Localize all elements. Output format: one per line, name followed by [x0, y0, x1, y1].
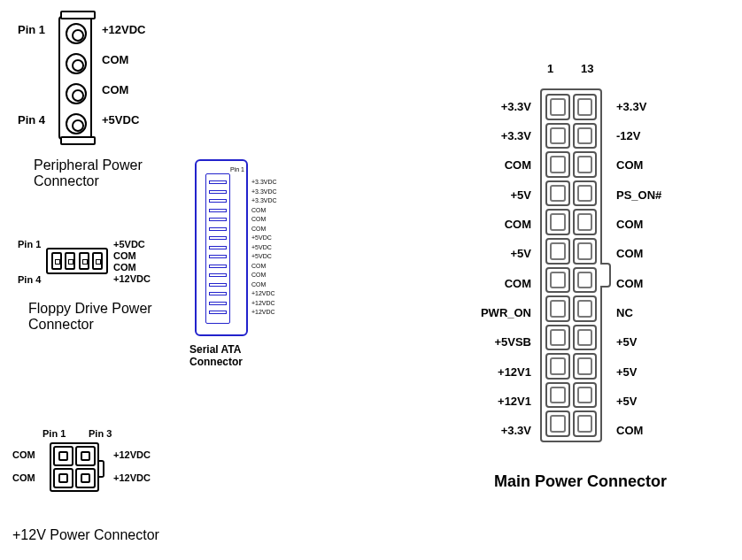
atx-left-label-10: +12V1 — [498, 365, 531, 379]
floppy-pin-4 — [92, 252, 103, 270]
atx-left-label-7: COM — [505, 277, 531, 290]
floppy-pin1-marker: Pin 1 — [18, 239, 41, 249]
atx-pin-3-L — [545, 151, 570, 178]
atx-right-label-1: +3.3V — [616, 100, 646, 113]
sata-pin-2 — [209, 190, 227, 194]
atx-pin-9-L — [545, 325, 570, 351]
peripheral-pin4-marker: Pin 4 — [18, 113, 45, 127]
atx-connector-body — [540, 88, 602, 442]
sata-pin-7 — [209, 236, 227, 240]
sata-pin-label-13: +12VDC — [251, 290, 275, 296]
sata-pin-label-12: COM — [251, 281, 266, 288]
floppy-pin-2 — [65, 252, 75, 270]
atx-pin-12-R — [573, 410, 598, 437]
sata-pin-11 — [209, 273, 227, 277]
peripheral-pin3-label: COM — [102, 83, 128, 96]
sata-connector-body: Pin 1 +3.3VDC+3.3VDC+3.3VDCCOMCOMCOM+5VD… — [195, 159, 248, 336]
atx-pin-11-L — [545, 382, 570, 409]
peripheral-pin-1 — [66, 23, 87, 44]
atx-left-label-12: +3.3V — [501, 424, 531, 437]
floppy-pin-3 — [79, 252, 89, 270]
atx-left-label-5: COM — [505, 218, 531, 231]
floppy-pin3-label: COM — [113, 262, 136, 272]
p12v-connector-body — [50, 442, 99, 492]
atx-right-label-8: NC — [616, 306, 633, 319]
sata-connector: Pin 1 +3.3VDC+3.3VDC+3.3VDCCOMCOMCOM+5VD… — [195, 159, 248, 336]
peripheral-pin1-marker: Pin 1 — [18, 23, 45, 36]
sata-pin-label-10: COM — [251, 263, 266, 269]
atx-pin-10-L — [545, 353, 570, 380]
atx-pin-2-R — [573, 123, 598, 150]
peripheral-pin-3 — [66, 83, 87, 104]
sata-pin-8 — [209, 246, 227, 249]
atx-right-label-6: COM — [616, 247, 643, 260]
atx-pin-4-L — [545, 180, 570, 207]
peripheral-title: Peripheral Power Connector — [34, 157, 175, 189]
sata-pin-label-6: COM — [251, 226, 266, 232]
atx-clip — [600, 263, 611, 288]
p12v-pin-2 — [53, 468, 73, 488]
p12v-pin-3 — [75, 446, 96, 466]
atx-pin-7-R — [573, 267, 598, 294]
atx-left-label-3: COM — [505, 158, 531, 172]
sata-pin-label-4: COM — [251, 207, 266, 213]
sata-pin-9 — [209, 255, 227, 258]
atx-pin-6-L — [545, 238, 570, 265]
atx-left-label-4: +5V — [511, 188, 532, 202]
sata-pin-label-9: +5VDC — [251, 253, 272, 259]
floppy-pin2-label: COM — [113, 250, 136, 261]
atx-pin-9-R — [573, 325, 598, 351]
sata-pin-label-14: +12VDC — [251, 300, 275, 306]
peripheral-pin1-label: +12VDC — [102, 23, 146, 36]
atx-pin-6-R — [573, 238, 598, 265]
atx-right-label-10: +5V — [616, 365, 638, 379]
atx-pin-8-L — [545, 295, 570, 322]
atx-pin-10-R — [573, 353, 598, 380]
p12v-left1-label: COM — [12, 449, 35, 460]
atx-right-label-7: COM — [616, 277, 643, 290]
sata-pin-6 — [209, 227, 227, 231]
floppy-pin1-label: +5VDC — [113, 239, 145, 249]
atx-title: Main Power Connector — [494, 472, 667, 491]
atx-pin-4-R — [573, 180, 598, 207]
sata-pin-5 — [209, 218, 227, 221]
sata-pin-14 — [209, 302, 227, 305]
sata-pin-3 — [209, 199, 227, 203]
atx-left-label-9: +5VSB — [494, 335, 531, 349]
sata-pin-label-5: COM — [251, 216, 266, 222]
sata-pin-label-7: +5VDC — [251, 234, 272, 241]
atx-left-label-6: +5V — [511, 247, 532, 260]
p12v-pin1-marker: Pin 1 — [43, 428, 66, 439]
atx-right-label-9: +5V — [616, 335, 638, 349]
sata-title: Serial ATA Connector — [189, 343, 260, 368]
atx-right-label-3: COM — [616, 158, 643, 172]
sata-pin-label-15: +12VDC — [251, 309, 275, 315]
sata-pin-10 — [209, 265, 227, 268]
p12v-title: +12V Power Connector — [12, 527, 159, 543]
atx-right-label-2: -12V — [616, 129, 640, 142]
floppy-title: Floppy Drive Power Connector — [28, 301, 188, 333]
atx-pin-5-R — [573, 209, 598, 235]
peripheral-pin-2 — [66, 53, 87, 74]
atx-left-label-11: +12V1 — [498, 395, 531, 408]
atx-pin-8-R — [573, 295, 598, 322]
floppy-pin4-marker: Pin 4 — [18, 274, 41, 285]
p12v-right2-label: +12VDC — [113, 472, 151, 483]
sata-pin-12 — [209, 283, 227, 287]
sata-pin-4 — [209, 209, 227, 212]
atx-pin-5-L — [545, 209, 570, 235]
sata-pin-label-11: COM — [251, 272, 266, 278]
p12v-pin-1 — [53, 446, 73, 466]
atx-col1-marker: 1 — [547, 62, 553, 75]
floppy-connector-body — [46, 248, 108, 274]
atx-col13-marker: 13 — [581, 62, 593, 75]
atx-left-label-2: +3.3V — [501, 129, 531, 142]
p12v-right1-label: +12VDC — [113, 449, 151, 460]
p12v-clip — [97, 460, 104, 478]
peripheral-pin2-label: COM — [102, 53, 128, 66]
atx-right-label-5: COM — [616, 218, 643, 231]
atx-pin-12-L — [545, 410, 570, 437]
sata-pin-label-2: +3.3VDC — [251, 188, 277, 195]
sata-pin1-marker: Pin 1 — [230, 166, 244, 173]
atx-pin-11-R — [573, 382, 598, 409]
